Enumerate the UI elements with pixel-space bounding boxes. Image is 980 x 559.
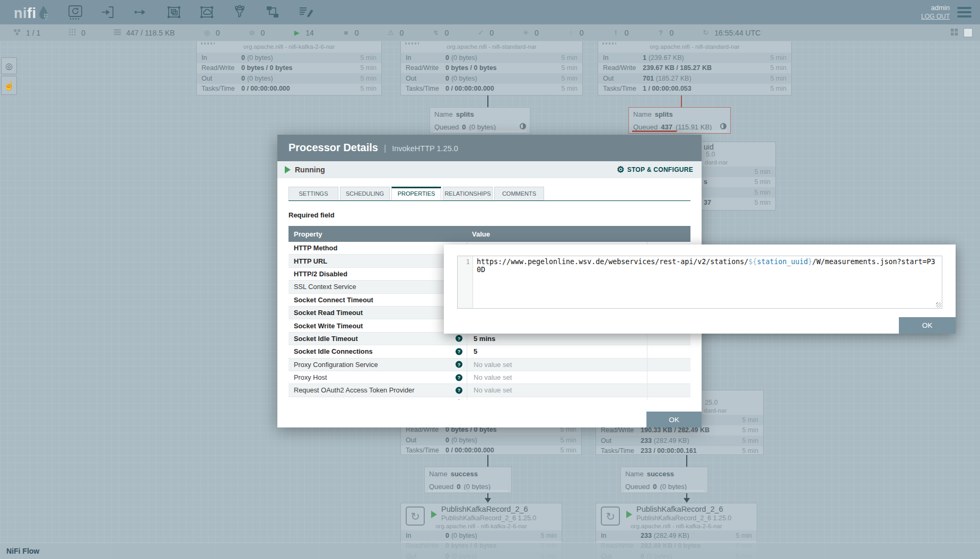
connection-line-alert[interactable] [681, 95, 682, 107]
url-value-input[interactable]: https://www.pegelonline.wsv.de/webservic… [473, 256, 942, 308]
tab-relationships[interactable]: RELATIONSHIPS [443, 187, 493, 200]
queue-percent-icon [520, 123, 526, 129]
flow-status-bar: 1 / 1 0 447 / 118.5 KB ◎ 0 ⊘ 0 ▶ 14 ■ 0 … [0, 24, 980, 41]
value-editor-popup: 1 https://www.pegelonline.wsv.de/webserv… [444, 244, 956, 334]
stale-icon: ↑ [566, 29, 575, 36]
birdseye-button[interactable]: ◎ [1, 57, 17, 74]
help-icon[interactable]: ? [456, 387, 462, 394]
connection-label-splits-right[interactable]: Namesplits Queued437(115.91 KB) [628, 107, 731, 134]
dialog-ok-button[interactable]: OK [646, 412, 702, 427]
stat-row: Tasks/Time1 / 00:00:00.0535 min [598, 84, 791, 94]
process-group-icon[interactable] [166, 4, 182, 20]
remote-process-group-icon[interactable] [199, 4, 215, 20]
connection-line[interactable] [487, 95, 488, 107]
template-icon[interactable] [265, 4, 281, 20]
nifi-app: nifi [0, 0, 980, 559]
processor-stats-top-left[interactable]: org.apache.nifi - nifi-kafka-2-6-nar In0… [196, 40, 382, 95]
tab-settings[interactable]: SETTINGS [288, 187, 338, 200]
help-icon[interactable]: ? [456, 335, 462, 342]
nifi-logo: nifi [14, 3, 49, 22]
canvas-grid-toggle-icon[interactable] [950, 28, 958, 38]
property-row[interactable]: Proxy Configuration Service?No value set [288, 359, 690, 371]
running-status: ▶ 14 [292, 29, 314, 37]
global-menu-icon[interactable] [957, 7, 972, 18]
stat-row: Tasks/Time0 / 00:00:00.0005 min [197, 84, 381, 94]
property-row[interactable]: Socket Idle Timeout?5 mins [288, 333, 690, 345]
stat-row: Out0(0 bytes)5 min [401, 73, 582, 84]
running-icon: ▶ [292, 29, 301, 36]
tab-comments[interactable]: COMMENTS [494, 187, 544, 200]
connection-label-success-right[interactable]: Namesuccess Queued0(0 bytes) [620, 467, 708, 493]
dialog-header: Processor Details | InvokeHTTP 1.25.0 [277, 135, 702, 161]
expression-variable: station_uuid [757, 258, 808, 266]
processor-icon[interactable] [67, 4, 83, 20]
locally-modified-status: ✳ 0 [521, 29, 539, 37]
processor-stats-top-middle[interactable]: org.apache.nifi - nifi-standard-nar In0(… [400, 40, 583, 95]
breadcrumb[interactable]: NiFi Flow [6, 547, 39, 555]
cluster-icon [13, 28, 22, 37]
property-row[interactable]: Proxy Host?No value set [288, 371, 690, 384]
active-threads-status: 0 [68, 28, 85, 37]
queued-status: 447 / 118.5 KB [113, 28, 175, 37]
properties-table-header: Property Value [288, 226, 690, 242]
dialog-subtitle: InvokeHTTP 1.25.0 [392, 144, 458, 153]
stat-row: In1(239.67 KB)5 min [598, 53, 791, 63]
running-icon [626, 511, 632, 518]
note-icon[interactable] [964, 28, 973, 37]
logo-text: ni [14, 5, 27, 22]
property-row[interactable]: Socket Idle Connections?5 [288, 345, 690, 358]
queue-percent-icon [720, 123, 727, 129]
editor-ok-button[interactable]: OK [899, 317, 956, 334]
stat-row: Tasks/Time0 / 00:00:00.0005 min [401, 84, 582, 94]
stat-row: Read/Write0 bytes / 0 bytes5 min [401, 63, 582, 74]
component-toolbar [67, 4, 313, 20]
connection-arrow-icon [684, 498, 690, 503]
running-icon [431, 511, 437, 518]
refresh-icon[interactable]: ↻ [701, 29, 710, 36]
expression-open: ${ [748, 258, 757, 266]
threads-icon [68, 28, 77, 37]
resize-handle-icon[interactable] [936, 302, 941, 308]
locally-modified-stale-icon: ! [611, 29, 620, 36]
processor-stats-top-right[interactable]: org.apache.nifi - nifi-standard-nar In1(… [598, 40, 792, 95]
dialog-title: Processor Details [288, 142, 378, 154]
last-refresh: ↻ 16:55:44 UTC [701, 29, 760, 37]
stat-row: Read/Write0 bytes / 0 bytes5 min [197, 63, 381, 74]
stopped-status: ■ 0 [342, 29, 359, 37]
nifi-drop-icon [38, 5, 49, 24]
disabled-icon: ↯ [431, 29, 440, 36]
stop-and-configure-button[interactable]: ⚙ STOP & CONFIGURE [617, 165, 693, 174]
input-port-icon[interactable] [100, 4, 116, 20]
locally-modified-stale-status: ! 0 [611, 29, 629, 37]
funnel-icon[interactable] [232, 4, 248, 20]
breadcrumb-bar: NiFi Flow [0, 543, 980, 559]
line-number-gutter: 1 [458, 256, 473, 308]
tab-scheduling[interactable]: SCHEDULING [340, 187, 390, 200]
help-icon[interactable]: ? [456, 374, 462, 381]
label-icon[interactable] [298, 4, 313, 20]
stat-row: Out0(0 bytes)5 min [197, 73, 381, 84]
stale-status: ↑ 0 [566, 29, 584, 37]
property-row[interactable]: Request OAuth2 Access Token Provider?No … [288, 384, 690, 397]
processor-icon-fragment [405, 42, 419, 45]
connection-line[interactable] [487, 455, 488, 467]
connection-line[interactable] [686, 455, 687, 467]
help-icon[interactable]: ? [456, 348, 462, 355]
connection-arrow-icon [485, 498, 491, 503]
tab-properties[interactable]: PROPERTIES [391, 187, 441, 200]
stat-row: Out701(185.27 KB)5 min [598, 73, 791, 84]
connection-label-success-left[interactable]: Namesuccess Queued0(0 bytes) [424, 467, 512, 493]
logout-link[interactable]: LOG OUT [921, 13, 950, 21]
running-icon [285, 166, 291, 173]
processor-icon-fragment [602, 42, 616, 45]
pan-hand-button[interactable]: ☝ [1, 76, 17, 95]
app-header: nifi [0, 0, 980, 24]
stopped-icon: ■ [342, 29, 351, 36]
invalid-status: ⚠ 0 [387, 29, 404, 37]
property-row[interactable]: Request Username?No value set [288, 397, 690, 400]
help-icon[interactable]: ? [456, 361, 462, 368]
output-port-icon[interactable] [133, 4, 149, 20]
gear-icon: ⚙ [617, 165, 625, 174]
connection-label-splits-left[interactable]: Namesplits Queued0(0 bytes) [430, 107, 530, 134]
line-number: 1 [466, 258, 470, 266]
